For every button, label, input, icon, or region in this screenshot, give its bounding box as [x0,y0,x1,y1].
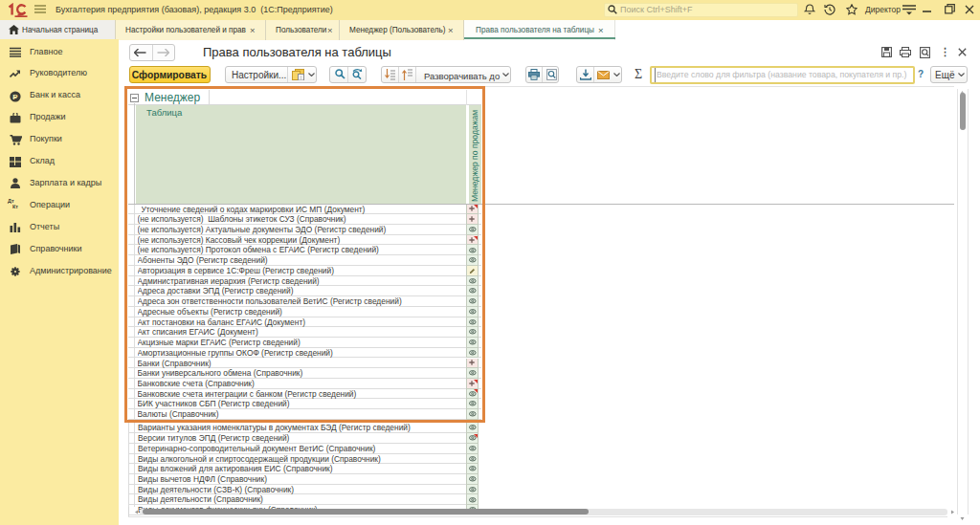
svg-text:P: P [12,93,18,101]
